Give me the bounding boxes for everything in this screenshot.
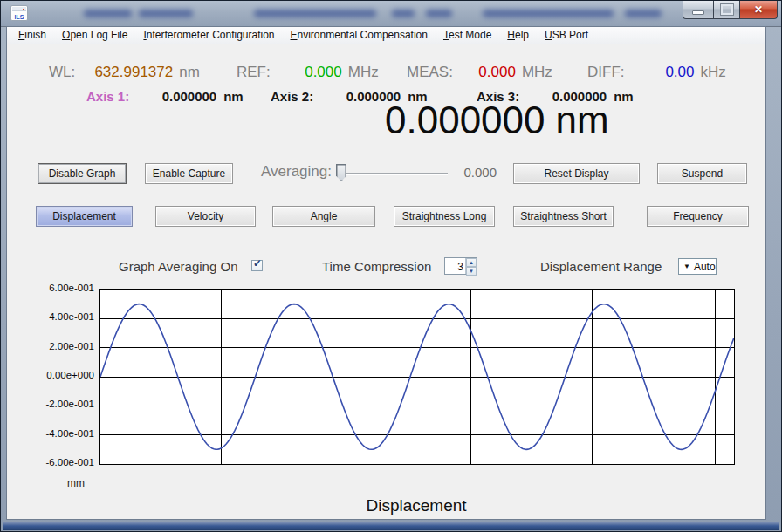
window-title-blurred-text bbox=[36, 9, 676, 19]
graph-averaging-checkbox[interactable]: ✓ bbox=[251, 260, 263, 271]
disable-graph-button[interactable]: Disable Graph bbox=[38, 163, 127, 184]
minimize-icon bbox=[692, 10, 704, 15]
title-bar[interactable]: ILS ✕ bbox=[1, 1, 781, 27]
close-icon: ✕ bbox=[754, 2, 763, 17]
caption-buttons: ✕ bbox=[683, 1, 778, 19]
axis1-readout: Axis 1: 0.000000 nm bbox=[86, 89, 244, 104]
y-tick-label: 4.00e-001 bbox=[1, 311, 94, 322]
graph-panel: 6.00e-0014.00e-0012.00e-0010.00e+000-2.0… bbox=[1, 282, 782, 522]
main-displacement-value: 0.000000 bbox=[385, 99, 545, 141]
y-tick-label: -6.00e-001 bbox=[1, 457, 94, 467]
menu-interferometer-configuration[interactable]: Interferometer Configuration bbox=[135, 27, 282, 44]
tab-straightness-short[interactable]: Straightness Short bbox=[513, 206, 614, 227]
axis3-unit: nm bbox=[614, 89, 634, 104]
maximize-icon bbox=[721, 4, 733, 15]
reset-display-button[interactable]: Reset Display bbox=[513, 163, 640, 184]
tab-frequency[interactable]: Frequency bbox=[647, 206, 749, 227]
app-icon-label: ILS bbox=[11, 14, 27, 20]
window-bottom-frame bbox=[3, 522, 779, 530]
tab-velocity[interactable]: Velocity bbox=[155, 206, 256, 227]
y-tick-label: -4.00e-001 bbox=[1, 428, 94, 439]
close-button[interactable]: ✕ bbox=[739, 1, 778, 19]
spinner-up-icon: ▲ bbox=[469, 260, 474, 265]
y-tick-label: 0.00e+000 bbox=[1, 370, 94, 380]
ref-readout: REF: 0.000 MHz bbox=[237, 64, 379, 81]
checkmark-icon: ✓ bbox=[253, 257, 262, 269]
menu-test-mode[interactable]: Test Mode bbox=[436, 27, 499, 44]
meas-value: 0.000 bbox=[453, 64, 516, 81]
ref-value: 0.000 bbox=[271, 64, 342, 81]
graph-averaging-label: Graph Averaging On bbox=[119, 259, 237, 274]
averaging-slider-track[interactable] bbox=[343, 173, 448, 175]
displacement-range-value: Auto bbox=[694, 261, 716, 273]
wl-readout: WL: 632.991372 nm bbox=[49, 64, 200, 81]
graph-title: Displacement bbox=[99, 496, 733, 515]
spinner-up-button[interactable]: ▲ bbox=[466, 258, 477, 267]
app-icon-toolbar bbox=[12, 7, 26, 11]
averaging-label: Averaging: bbox=[261, 163, 332, 181]
app-icon: ILS bbox=[10, 5, 28, 21]
meas-label: MEAS: bbox=[407, 64, 453, 81]
app-icon-close-dot bbox=[23, 9, 24, 10]
menu-finish[interactable]: Finish bbox=[10, 27, 54, 44]
displacement-range-label: Displacement Range bbox=[540, 259, 662, 274]
diff-label: DIFF: bbox=[587, 64, 625, 81]
menu-help[interactable]: Help bbox=[499, 27, 537, 44]
tab-straightness-long[interactable]: Straightness Long bbox=[394, 206, 495, 227]
diff-readout: DIFF: 0.00 kHz bbox=[587, 64, 726, 81]
wl-unit: nm bbox=[179, 64, 200, 81]
displacement-range-dropdown[interactable]: ▼ Auto bbox=[678, 258, 717, 275]
maximize-button[interactable] bbox=[713, 1, 740, 19]
y-tick-label: 2.00e-001 bbox=[1, 341, 94, 351]
spinner-down-icon: ▼ bbox=[469, 269, 474, 274]
meas-readout: MEAS: 0.000 MHz bbox=[407, 64, 552, 81]
time-compression-input[interactable]: 3 ▲ ▼ bbox=[444, 257, 477, 275]
averaging-value: 0.000 bbox=[453, 165, 497, 180]
y-tick-label: 6.00e-001 bbox=[1, 283, 94, 293]
axis1-label: Axis 1: bbox=[86, 89, 129, 104]
tab-angle[interactable]: Angle bbox=[272, 206, 375, 227]
meas-unit: MHz bbox=[522, 64, 552, 81]
axis1-value: 0.000000 bbox=[129, 89, 216, 104]
main-displacement-unit: nm bbox=[556, 99, 609, 141]
y-tick-label: -2.00e-001 bbox=[1, 399, 94, 409]
ref-label: REF: bbox=[237, 64, 271, 81]
suspend-button[interactable]: Suspend bbox=[657, 163, 747, 184]
wl-label: WL: bbox=[49, 64, 75, 81]
time-compression-value[interactable]: 3 bbox=[445, 258, 465, 274]
tab-displacement[interactable]: Displacement bbox=[36, 206, 133, 227]
enable-capture-button[interactable]: Enable Capture bbox=[145, 163, 233, 184]
minimize-button[interactable] bbox=[683, 1, 714, 19]
app-window: ILS ✕ Finish Open Log File Interferomete… bbox=[0, 0, 782, 532]
menu-bar: Finish Open Log File Interferometer Conf… bbox=[7, 27, 765, 44]
axis2-label: Axis 2: bbox=[271, 89, 313, 104]
axis1-unit: nm bbox=[223, 89, 244, 104]
x-axis-unit-label: mm bbox=[67, 477, 85, 489]
spinner-down-button[interactable]: ▼ bbox=[466, 267, 477, 276]
displacement-waveform bbox=[100, 290, 734, 464]
diff-unit: kHz bbox=[701, 64, 726, 81]
menu-usb-port[interactable]: USB Port bbox=[537, 27, 596, 44]
time-compression-spinner: ▲ ▼ bbox=[465, 258, 477, 274]
menu-open-log-file[interactable]: Open Log File bbox=[54, 27, 135, 44]
main-displacement-readout: 0.000000nm bbox=[385, 99, 609, 142]
ref-unit: MHz bbox=[348, 64, 379, 81]
menu-environmental-compensation[interactable]: Environmental Compensation bbox=[283, 27, 436, 44]
time-compression-label: Time Compression bbox=[322, 259, 431, 274]
wl-value: 632.991372 bbox=[75, 64, 173, 81]
diff-value: 0.00 bbox=[625, 64, 695, 81]
chevron-down-icon: ▼ bbox=[683, 263, 690, 270]
plot-area bbox=[99, 289, 735, 465]
